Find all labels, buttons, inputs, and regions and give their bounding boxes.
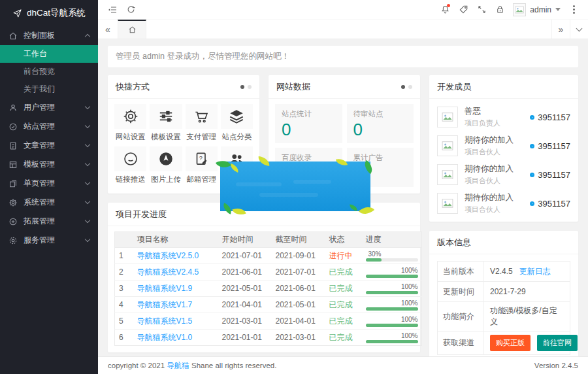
progress-bar: 30%	[366, 250, 418, 262]
shortcut-link-push[interactable]: 链接推送	[114, 146, 146, 184]
user-icon	[8, 103, 18, 112]
refresh-icon[interactable]	[122, 0, 140, 20]
sidebar-group-templates[interactable]: 模板管理	[0, 155, 98, 174]
fullscreen-icon[interactable]	[472, 0, 491, 20]
status-badge: 已完成	[329, 284, 353, 293]
sidebar-group-sites[interactable]: 站点管理	[0, 117, 98, 136]
sidebar-group-users[interactable]: 用户管理	[0, 98, 98, 117]
sidebar-item-about-us[interactable]: 关于我们	[0, 80, 98, 98]
project-name-link[interactable]: 导航猫系统V1.5	[137, 316, 193, 326]
notification-badge	[447, 4, 450, 7]
member-contact[interactable]: 3951157	[530, 112, 570, 122]
promo-banner-image[interactable]	[220, 162, 370, 211]
tabs-menu-chevron[interactable]	[570, 20, 588, 39]
shortcut-image-upload[interactable]: 图片上传	[150, 146, 182, 184]
tab-home[interactable]	[118, 20, 146, 39]
sidebar-group-control-panel[interactable]: 控制面板	[0, 26, 98, 45]
collapse-menu-icon[interactable]	[103, 0, 122, 20]
version-table: 当前版本 V2.4.5 更新日志 更新时间 2021-7-29	[437, 261, 570, 355]
sidebar-group-articles[interactable]: 文章管理	[0, 136, 98, 155]
document-icon	[8, 141, 18, 150]
buy-genuine-button[interactable]: 购买正版	[490, 335, 531, 351]
app-logo[interactable]: dhCat导航系统	[0, 0, 98, 26]
end-date: 2021-06-01	[272, 280, 325, 297]
shortcut-mail-manage[interactable]: ? 邮箱管理	[186, 146, 218, 184]
notifications-bell-icon[interactable]	[436, 0, 454, 20]
progress-bar: 100%	[366, 299, 418, 311]
tab-controls: »	[551, 20, 588, 39]
sliders-icon	[157, 108, 174, 125]
dot[interactable]	[408, 85, 412, 89]
sidebar-item-workbench[interactable]: 工作台	[0, 45, 98, 63]
version-row-channel: 获取渠道 购买正版 前往官网	[438, 332, 570, 354]
gear-icon	[122, 108, 139, 125]
sidebar-group-system[interactable]: 系统管理	[0, 193, 98, 212]
check-circle-icon	[8, 122, 18, 131]
progress-bar: 100%	[366, 267, 418, 278]
project-name-link[interactable]: 导航猫系统V2.4.5	[137, 267, 199, 277]
column-header-seq	[115, 232, 133, 248]
lock-icon[interactable]	[491, 0, 509, 20]
dot[interactable]	[248, 85, 252, 89]
start-date: 2021-05-01	[218, 280, 272, 297]
column-header: 项目名称	[133, 232, 218, 248]
version-row-updated: 更新时间 2021-7-29	[438, 282, 570, 302]
dot-active[interactable]	[401, 85, 405, 89]
shortcut-site-category[interactable]: 站点分类	[221, 104, 253, 141]
welcome-alert: 管理员 admin 登录成功，尽情管理您的网站吧！	[108, 46, 578, 67]
members-list: 善恶 项目负责人 3951157	[429, 99, 578, 222]
project-name-link[interactable]: 导航猫系统V1.7	[137, 300, 193, 309]
status-badge: 已完成	[329, 267, 353, 277]
shortcut-site-settings[interactable]: 网站设置	[114, 104, 146, 141]
sidebar-group-pages[interactable]: 单页管理	[0, 174, 98, 193]
panel-title: 快捷方式	[116, 81, 150, 93]
sidebar-group-label: 单页管理	[24, 178, 86, 189]
chevron-down-icon	[85, 237, 90, 242]
sidebar-group-services[interactable]: 服务管理	[0, 231, 98, 250]
layers-icon	[228, 108, 245, 125]
shortcut-payment[interactable]: 支付管理	[186, 104, 218, 141]
leaf-decoration	[229, 163, 240, 173]
project-name-link[interactable]: 导航猫系统V2.5.0	[137, 251, 199, 260]
tabs-scroll-right[interactable]: »	[551, 20, 570, 39]
official-site-button[interactable]: 前往官网	[537, 335, 578, 351]
project-name-link[interactable]: 导航猫系统V1.0	[137, 333, 193, 342]
right-column: 开发成员 善恶 项目负责人	[429, 75, 578, 356]
user-menu[interactable]: admin	[509, 3, 564, 16]
more-options-kebab-icon[interactable]	[564, 0, 583, 20]
svg-text:?: ?	[199, 155, 203, 162]
tag-icon[interactable]	[454, 0, 472, 20]
dot-active[interactable]	[240, 85, 244, 89]
sidebar-item-front-preview[interactable]: 前台预览	[0, 63, 98, 80]
footer-version: Version 2.4.5	[534, 362, 578, 369]
member-contact[interactable]: 3951157	[530, 141, 570, 151]
project-name-link[interactable]: 导航猫系统V1.9	[137, 284, 193, 293]
shortcut-template-settings[interactable]: 模板设置	[150, 104, 182, 141]
progress-bar: 100%	[366, 316, 418, 327]
paper-plane-icon	[12, 8, 22, 18]
start-date: 2021-06-01	[218, 264, 272, 280]
start-date: 2021-03-01	[218, 313, 272, 330]
status-badge: 已完成	[329, 300, 353, 309]
mail-doc-icon: ?	[193, 150, 210, 167]
circle-plus-icon	[8, 217, 18, 226]
brand-link[interactable]: 导航猫	[167, 362, 189, 369]
sidebar-group-extensions[interactable]: 拓展管理	[0, 212, 98, 231]
home-icon	[8, 31, 18, 41]
sidebar-group-label: 用户管理	[24, 102, 86, 113]
member-role: 项目合伙人	[465, 147, 530, 157]
qq-icon	[530, 115, 534, 120]
chevron-down-icon	[85, 142, 90, 147]
member-contact[interactable]: 3951157	[530, 199, 570, 209]
compass-icon	[157, 150, 174, 167]
member-avatar	[437, 193, 458, 214]
status-badge: 已完成	[329, 333, 353, 342]
member-contact[interactable]: 3951157	[530, 170, 570, 180]
changelog-link[interactable]: 更新日志	[519, 266, 551, 277]
stat-value: 0	[282, 119, 336, 140]
table-row: 1 导航猫系统V2.5.0 2021-07-01 2021-09-01 进行中	[115, 248, 422, 264]
tabs-scroll-left[interactable]: «	[98, 20, 118, 39]
member-avatar	[437, 135, 458, 156]
sidebar-group-label: 文章管理	[24, 140, 86, 151]
table-row: 3 导航猫系统V1.9 2021-05-01 2021-06-01 已完成	[115, 280, 422, 297]
